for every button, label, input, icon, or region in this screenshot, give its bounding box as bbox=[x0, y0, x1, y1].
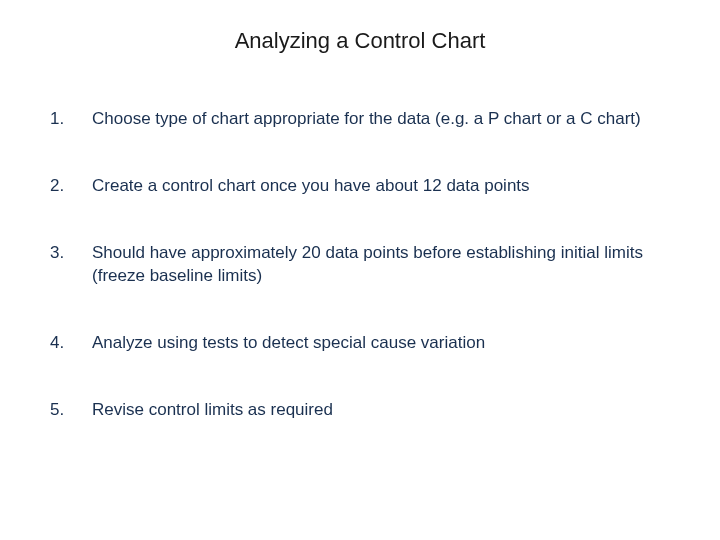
list-item: 5. Revise control limits as required bbox=[48, 399, 672, 422]
list-item: 1. Choose type of chart appropriate for … bbox=[48, 108, 672, 131]
item-text: Choose type of chart appropriate for the… bbox=[92, 108, 672, 131]
item-marker: 4. bbox=[48, 332, 92, 355]
item-marker: 1. bbox=[48, 108, 92, 131]
page-title: Analyzing a Control Chart bbox=[48, 28, 672, 54]
item-text: Analyze using tests to detect special ca… bbox=[92, 332, 672, 355]
list-item: 2. Create a control chart once you have … bbox=[48, 175, 672, 198]
item-text: Create a control chart once you have abo… bbox=[92, 175, 672, 198]
item-text: Should have approximately 20 data points… bbox=[92, 242, 672, 288]
list-item: 4. Analyze using tests to detect special… bbox=[48, 332, 672, 355]
item-text: Revise control limits as required bbox=[92, 399, 672, 422]
numbered-list: 1. Choose type of chart appropriate for … bbox=[48, 108, 672, 422]
item-marker: 3. bbox=[48, 242, 92, 265]
item-marker: 2. bbox=[48, 175, 92, 198]
list-item: 3. Should have approximately 20 data poi… bbox=[48, 242, 672, 288]
item-marker: 5. bbox=[48, 399, 92, 422]
